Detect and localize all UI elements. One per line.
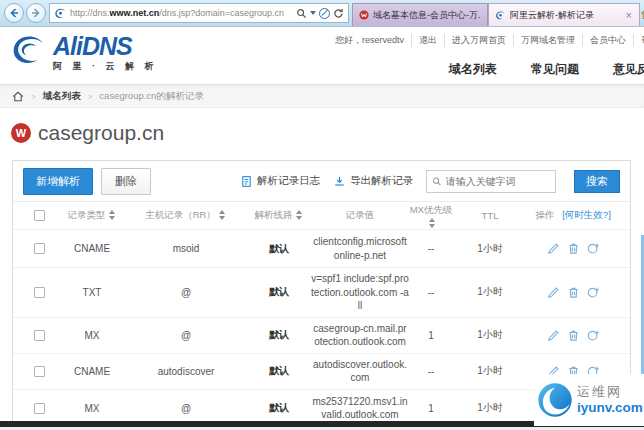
record-log-label: 解析记录日志 [257,174,320,188]
table-row: TXT @ 默认 v=spf1 include:spf.protection.o… [13,267,630,317]
record-mx: 1 [409,330,453,341]
export-records-link[interactable]: 导出解析记录 [333,174,413,188]
col-header-rr[interactable]: 主机记录（RR） [125,209,247,222]
when-effective-link[interactable]: [何时生效?] [562,209,611,222]
row-checkbox[interactable] [34,403,45,414]
back-arrow-icon [8,7,20,19]
delete-record-icon[interactable] [567,286,580,299]
member-center-link[interactable]: 会员中心 [582,34,633,47]
record-type: CNAME [59,243,125,254]
col-header-label: 解析线路 [255,209,293,220]
breadcrumb-domain-list-link[interactable]: 域名列表 [43,90,81,103]
breadcrumb: > 域名列表 > casegroup.cn的解析记录 [0,84,644,108]
row-checkbox[interactable] [34,330,45,341]
record-mx: -- [409,366,453,377]
logo-subtitle: 阿 里 · 云 解 析 [53,60,158,73]
col-header-mx[interactable]: MX优先级 [409,204,453,228]
record-value: v=spf1 include:spf.protection.outlook.co… [311,268,409,317]
url-prefix: http://dns. [70,8,110,18]
record-type: TXT [59,287,125,298]
logo-wordmark: AliDNS [53,34,158,59]
edit-record-icon[interactable] [547,286,560,299]
site-header: AliDNS 阿 里 · 云 解 析 您好，reservedtv 退出 进入万网… [0,27,644,84]
record-type: CNAME [59,366,125,377]
delete-record-icon[interactable] [567,242,580,255]
add-record-button[interactable]: 新增解析 [23,168,93,195]
address-bar[interactable]: http://dns.www.net.cn/dns.jsp?domain=cas… [49,3,349,23]
row-checkbox[interactable] [34,366,45,377]
watermark-name: 运维网 [577,385,643,400]
stop-icon[interactable] [319,8,330,19]
record-line: 默认 [247,328,311,342]
breadcrumb-separator: > [88,92,93,101]
domain-manage-link[interactable]: 万网域名管理 [513,34,582,47]
url-domain: www.net.cn [110,8,160,18]
sort-icon[interactable] [429,218,437,228]
hichina-favicon [359,10,369,20]
delete-records-button[interactable]: 删除 [101,168,151,195]
select-all-checkbox[interactable] [34,210,45,221]
record-type: MX [59,330,125,341]
col-header-line[interactable]: 解析线路 [247,209,311,222]
search-dropdown-caret-icon[interactable] [310,11,316,15]
edit-record-icon[interactable] [547,329,560,342]
edit-record-icon[interactable] [547,242,560,255]
domain-name: casegroup.cn [38,121,164,145]
circle-plus-icon[interactable] [587,329,600,342]
tab-title: 阿里云解析-解析记录 [510,9,621,22]
nav-faq[interactable]: 常见问题 [531,61,579,78]
browser-tab-member-center[interactable]: 域名基本信息-会员中心-万... [352,3,488,26]
record-line: 默认 [247,364,311,378]
toolbar-right-group: 解析记录日志 导出解析记录 搜索 [240,170,620,193]
search-icon [432,176,442,187]
address-search-icon[interactable] [296,8,307,19]
sort-icon[interactable] [109,210,117,220]
col-header-value: 记录值 [311,205,409,226]
record-mx: 1 [409,403,453,414]
alidns-favicon [495,11,506,20]
main-nav: 域名列表 常见问题 意见反馈 [449,61,644,78]
record-ttl: 1小时 [453,285,527,299]
export-icon [333,175,346,188]
record-line: 默认 [247,242,311,256]
browser-forward-button[interactable] [26,3,46,23]
col-header-label: TTL [482,210,499,221]
keyword-search-box[interactable] [426,170,556,193]
sort-icon[interactable] [296,210,304,220]
record-rr: msoid [125,243,247,254]
search-button[interactable]: 搜索 [574,170,620,193]
breadcrumb-current-page: casegroup.cn的解析记录 [99,90,204,103]
help-link[interactable]: 帮助 [633,34,644,47]
browser-tab-alidns[interactable]: 阿里云解析-解析记录 × [488,3,640,26]
col-header-label: 记录类型 [68,209,106,220]
row-checkbox[interactable] [34,287,45,298]
url-path: /dns.jsp?domain=casegroup.cn [159,8,284,18]
refresh-icon[interactable] [333,8,344,19]
row-checkbox[interactable] [34,243,45,254]
browser-home-button[interactable] [640,2,644,24]
iyunv-logo-icon [535,380,575,420]
nav-feedback[interactable]: 意见反馈 [613,61,644,78]
browser-chrome: http://dns.www.net.cn/dns.jsp?domain=cas… [0,0,644,27]
tab-close-icon[interactable]: × [625,11,633,20]
records-toolbar: 新增解析 删除 解析记录日志 导出解析记录 搜索 [13,161,630,201]
wanwang-home-link[interactable]: 进入万网首页 [444,34,513,47]
delete-record-icon[interactable] [567,329,580,342]
circle-plus-icon[interactable] [587,286,600,299]
table-header-row: 记录类型 主机记录（RR） 解析线路 记录值 MX优先级 TTL 操作[何时生效… [13,201,630,229]
col-header-label: MX优先级 [410,204,453,215]
keyword-search-input[interactable] [446,176,550,187]
browser-window: http://dns.www.net.cn/dns.jsp?domain=cas… [0,0,644,430]
col-header-record-type[interactable]: 记录类型 [59,209,125,222]
logout-link[interactable]: 退出 [411,34,444,47]
forward-arrow-icon [30,7,42,19]
record-line: 默认 [247,285,311,299]
browser-back-button[interactable] [4,3,24,23]
circle-plus-icon[interactable] [587,242,600,255]
alidns-logo: AliDNS 阿 里 · 云 解 析 [10,34,158,73]
nav-domain-list[interactable]: 域名列表 [449,61,497,78]
record-log-link[interactable]: 解析记录日志 [240,174,320,188]
breadcrumb-home-icon[interactable] [12,91,24,102]
sort-icon[interactable] [219,210,227,220]
record-ttl: 1小时 [453,242,527,256]
